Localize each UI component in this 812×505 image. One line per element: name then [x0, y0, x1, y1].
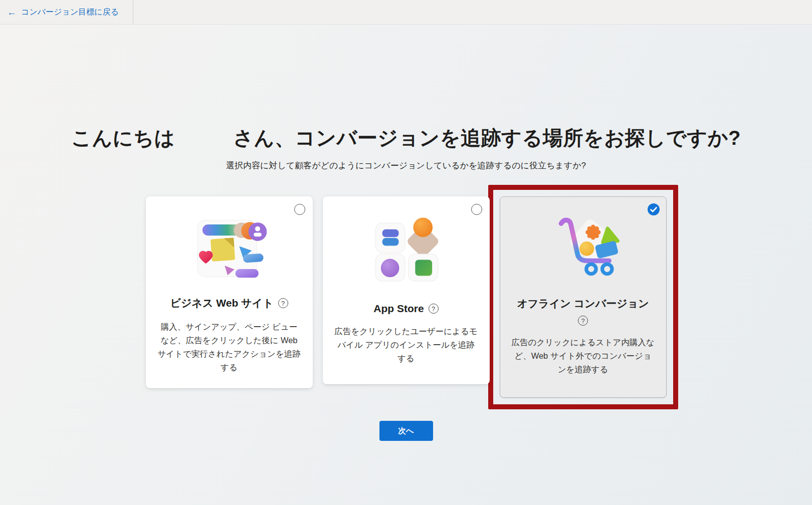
- back-arrow-icon: ←: [7, 8, 17, 17]
- website-illustration-icon: [191, 211, 267, 282]
- annotation-highlight-box: オフライン コンバージョン ? 広告のクリックによるストア内購入など、Web サ…: [488, 185, 678, 409]
- card-description: 購入、サインアップ、ページ ビューなど、広告をクリックした後に Web サイトで…: [157, 320, 302, 374]
- app-store-illustration-icon: [368, 211, 444, 282]
- card-title-app-store: App Store ?: [323, 303, 490, 315]
- shopping-cart-illustration-icon: [545, 212, 621, 282]
- greeting-suffix: さん、コンバージョンを追跡する場所をお探しですか?: [233, 127, 741, 149]
- top-bar: ← コンバージョン目標に戻る: [0, 0, 812, 25]
- next-button[interactable]: 次へ: [379, 421, 433, 441]
- card-title-text: オフライン コンバージョン: [517, 297, 649, 311]
- card-description: 広告のクリックによるストア内購入など、Web サイト外でのコンバージョンを追跡す…: [511, 336, 655, 376]
- card-title-text: ビジネス Web サイト: [170, 296, 273, 310]
- page-subtitle: 選択内容に対して顧客がどのようにコンバージョンしているかを追跡するのに役立ちます…: [0, 160, 812, 171]
- radio-unselected-icon[interactable]: [471, 204, 482, 215]
- greeting-prefix: こんにちは: [71, 127, 175, 149]
- help-icon[interactable]: ?: [278, 298, 288, 308]
- back-link-label: コンバージョン目標に戻る: [21, 7, 119, 18]
- help-row: ?: [500, 316, 666, 326]
- help-icon[interactable]: ?: [578, 316, 588, 326]
- page-title: こんにちはさん、コンバージョンを追跡する場所をお探しですか?: [0, 124, 812, 152]
- card-title-business-website: ビジネス Web サイト ?: [146, 296, 313, 310]
- card-offline-conversion[interactable]: オフライン コンバージョン ? 広告のクリックによるストア内購入など、Web サ…: [500, 196, 667, 398]
- card-description: 広告をクリックしたユーザーによるモバイル アプリのインストールを追跡する: [334, 325, 479, 365]
- back-to-conversion-goals-link[interactable]: ← コンバージョン目標に戻る: [0, 0, 133, 24]
- radio-unselected-icon[interactable]: [294, 204, 305, 215]
- selected-check-icon[interactable]: [648, 203, 660, 215]
- card-title-offline-conversion: オフライン コンバージョン: [500, 297, 666, 311]
- card-app-store[interactable]: App Store ? 広告をクリックしたユーザーによるモバイル アプリのインス…: [323, 196, 490, 384]
- conversion-source-card-row: ビジネス Web サイト ? 購入、サインアップ、ページ ビューなど、広告をクリ…: [0, 196, 812, 398]
- main-content: こんにちはさん、コンバージョンを追跡する場所をお探しですか? 選択内容に対して顧…: [0, 25, 812, 441]
- help-icon[interactable]: ?: [429, 304, 439, 314]
- card-title-text: App Store: [373, 303, 424, 315]
- card-business-website[interactable]: ビジネス Web サイト ? 購入、サインアップ、ページ ビューなど、広告をクリ…: [146, 196, 313, 388]
